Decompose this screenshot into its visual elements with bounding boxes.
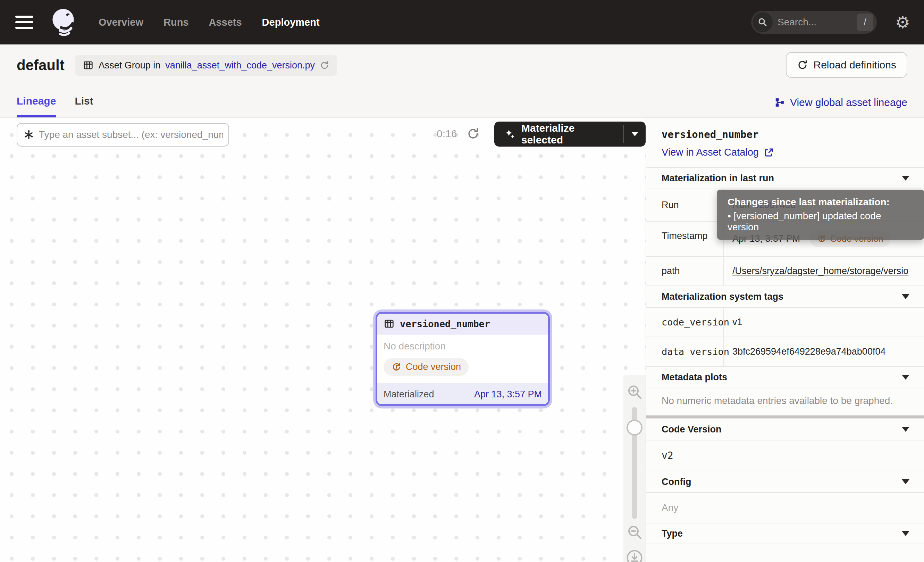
asset-node-footer: Materialized Apr 13, 3:57 PM xyxy=(377,383,548,404)
dagster-logo-icon[interactable] xyxy=(47,6,79,38)
reload-definitions-button[interactable]: Reload definitions xyxy=(786,52,908,78)
nav-item-deployment[interactable]: Deployment xyxy=(262,17,320,28)
sparkle-icon xyxy=(504,128,516,140)
path-row: path /Users/sryza/dagster_home/storage/v… xyxy=(646,256,924,286)
search-shortcut-badge: / xyxy=(856,14,873,31)
changes-tooltip: Changes since last materialization: • [v… xyxy=(717,190,924,240)
materialize-selected-button[interactable]: Materialize selected xyxy=(494,122,646,147)
lineage-graph-canvas[interactable]: 0:16 Materialize selected versioned_numb… xyxy=(0,118,646,562)
external-link-icon xyxy=(764,147,774,158)
tab-list[interactable]: List xyxy=(75,95,93,117)
asset-node-versioned-number[interactable]: versioned_number No description Code ver… xyxy=(376,312,550,406)
nav-item-runs[interactable]: Runs xyxy=(164,17,189,28)
asset-node-header: versioned_number xyxy=(377,314,548,335)
run-row-label: Run xyxy=(646,189,723,221)
asset-group-file-link[interactable]: vanilla_asset_with_code_version.py xyxy=(165,60,315,71)
section-metadata-plots[interactable]: Metadata plots xyxy=(646,366,924,388)
metadata-plots-empty-text: No numeric metadata entries available to… xyxy=(646,388,924,415)
section-materialization-system-tags[interactable]: Materialization system tags xyxy=(646,286,924,307)
section-title: Code Version xyxy=(662,424,722,435)
section-title: Materialization in last run xyxy=(662,173,774,184)
code-version-badge-label: Code version xyxy=(406,362,461,372)
tag-value: 3bfc269594ef649228e9a74bab00f04 xyxy=(723,337,924,366)
materialize-selected-label: Materialize selected xyxy=(521,122,614,146)
asset-node-description: No description xyxy=(384,341,542,352)
view-in-asset-catalog-link[interactable]: View in Asset Catalog xyxy=(662,147,909,158)
section-title: Metadata plots xyxy=(662,372,727,383)
asset-subset-input[interactable] xyxy=(39,129,223,140)
tag-row-code-version: code_version v1 xyxy=(646,307,924,337)
section-caret-icon[interactable] xyxy=(902,294,909,299)
section-code-version[interactable]: Code Version xyxy=(646,418,924,440)
section-caret-icon[interactable] xyxy=(902,531,909,536)
section-type[interactable]: Type xyxy=(646,523,924,544)
section-caret-icon[interactable] xyxy=(902,375,909,380)
nav-item-overview[interactable]: Overview xyxy=(99,17,143,28)
refresh-icon[interactable] xyxy=(320,60,329,70)
fit-view-icon[interactable] xyxy=(626,549,644,562)
path-row-label: path xyxy=(646,257,723,286)
page-header: default Asset Group in vanilla_asset_wit… xyxy=(0,45,924,86)
section-materialization-in-last-run[interactable]: Materialization in last run xyxy=(646,167,924,189)
tabs-row: Lineage List View global asset lineage xyxy=(0,86,924,118)
asset-subset-filter xyxy=(16,123,229,147)
view-global-asset-lineage-link[interactable]: View global asset lineage xyxy=(774,96,908,108)
refresh-icon[interactable] xyxy=(466,127,480,140)
zoom-controls xyxy=(623,375,646,562)
section-title: Config xyxy=(662,476,691,487)
section-caret-icon[interactable] xyxy=(902,176,909,180)
view-in-asset-catalog-label: View in Asset Catalog xyxy=(662,147,759,158)
section-config[interactable]: Config xyxy=(646,471,924,492)
view-global-asset-lineage-label: View global asset lineage xyxy=(790,96,908,108)
section-title: Type xyxy=(662,528,683,539)
materialized-label: Materialized xyxy=(384,389,434,400)
chevron-down-icon xyxy=(632,132,638,136)
asset-node-name: versioned_number xyxy=(400,319,490,329)
refresh-icon xyxy=(797,59,808,71)
nav-links: Overview Runs Assets Deployment xyxy=(99,17,320,28)
tooltip-item: • [versioned_number] updated code versio… xyxy=(728,210,914,233)
refresh-timer: 0:16 xyxy=(436,128,457,140)
page-title: default xyxy=(16,57,64,74)
dagster-app: Overview Runs Assets Deployment / ⚙ defa… xyxy=(0,0,924,562)
table-grid-icon xyxy=(384,318,394,329)
lineage-graph-icon xyxy=(774,97,785,108)
zoom-slider-handle[interactable] xyxy=(627,419,642,436)
timestamp-row-label: Timestamp xyxy=(646,222,723,256)
path-link[interactable]: /Users/sryza/dagster_home/storage/versio xyxy=(732,266,908,276)
asset-selection-icon xyxy=(23,129,35,141)
search-icon xyxy=(753,12,772,32)
panel-asset-name: versioned_number xyxy=(662,129,909,140)
tag-key: code_version xyxy=(646,308,723,337)
asset-node-body: No description Code version xyxy=(377,335,548,383)
asset-detail-panel: versioned_number View in Asset Catalog M… xyxy=(646,118,924,562)
code-version-value: v2 xyxy=(646,440,924,471)
code-version-cycle-icon xyxy=(391,362,402,372)
tab-lineage[interactable]: Lineage xyxy=(16,95,56,117)
panel-divider xyxy=(646,415,924,418)
table-grid-icon xyxy=(82,60,94,71)
section-caret-icon[interactable] xyxy=(902,479,909,484)
code-version-badge: Code version xyxy=(384,358,469,376)
section-caret-icon[interactable] xyxy=(902,427,909,432)
tag-row-data-version: data_version 3bfc269594ef649228e9a74bab0… xyxy=(646,337,924,366)
zoom-in-icon[interactable] xyxy=(626,383,643,400)
tooltip-title: Changes since last materialization: xyxy=(728,197,914,208)
asset-group-badge: Asset Group in vanilla_asset_with_code_v… xyxy=(75,55,337,76)
materialized-time-link[interactable]: Apr 13, 3:57 PM xyxy=(474,389,542,400)
tag-value: v1 xyxy=(723,308,924,337)
search-input[interactable] xyxy=(772,17,856,28)
tag-key: data_version xyxy=(646,337,723,366)
section-title: Materialization system tags xyxy=(662,292,783,302)
asset-group-prefix: Asset Group in xyxy=(99,60,161,71)
config-value: Any xyxy=(646,492,924,523)
top-nav: Overview Runs Assets Deployment / ⚙ xyxy=(0,0,924,45)
search-bar: / xyxy=(751,11,877,34)
gear-icon[interactable]: ⚙ xyxy=(895,12,910,33)
hamburger-menu-icon[interactable] xyxy=(15,16,33,29)
nav-item-assets[interactable]: Assets xyxy=(208,17,242,28)
reload-definitions-label: Reload definitions xyxy=(814,59,897,71)
zoom-out-icon[interactable] xyxy=(626,524,643,541)
materialize-dropdown-button[interactable] xyxy=(624,122,646,147)
